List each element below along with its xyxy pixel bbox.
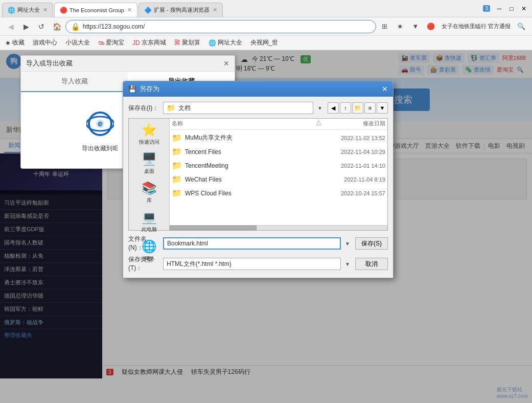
save-button[interactable]: 保存(S) [355,237,388,250]
bookmark-taobao[interactable]: 🛍 爱淘宝 [96,37,126,48]
tab-economist[interactable]: 🔴 The Economist Group ✕ [54,3,137,17]
computer-label: 此电脑 [142,226,157,233]
save-dialog-title-bar: 💾 另存为 ✕ [123,81,393,97]
cancel-button[interactable]: 取消 [355,258,388,270]
filetype-value: HTML文件(*.html *.htm) [167,260,232,268]
tab-count-badge: 3 [483,5,490,12]
taobao-icon: 🛍 [98,39,104,47]
file-list-area: ⭐ 快速访问 🖥️ 桌面 📚 库 [128,118,388,231]
save-view-button[interactable]: ≡ [364,102,376,114]
scrollbar-thumb[interactable] [170,226,257,230]
file-row-4[interactable]: 📁 WPS Cloud Files 2022-10-24 15:57 [170,186,387,200]
file-name-0: MuMu共享文件夹 [185,133,319,142]
save-new-folder-button[interactable]: 📁 [352,102,363,114]
filename-dropdown-icon[interactable]: ▼ [345,241,351,247]
dropdown-arrow-icon: ▼ [317,105,323,111]
file-row-3[interactable]: 📁 WeChat Files 2022-11-04 8:19 [170,172,387,186]
minimize-button[interactable]: ─ [494,4,504,14]
address-bar[interactable]: 🔒 https://123.sogou.com/ [65,20,376,33]
folder-icon-2: 📁 [172,161,182,170]
col-header-date: 修改日期 [321,119,387,128]
save-dialog-close-button[interactable]: ✕ [382,85,388,93]
toolbar: ◀ ▶ ↺ 🏠 🔒 https://123.sogou.com/ ⊞ ★ ▼ 🔴… [0,17,532,36]
library-icon: 📚 [142,181,157,195]
import-export-title-bar: 导入或导出收藏 ✕ [21,56,235,72]
file-row-2[interactable]: 📁 TencentMeeting 2022-11-01 14:10 [170,159,387,172]
tab-wangzhi[interactable]: 🌐 网址大全 ✕ [2,3,53,17]
globe-icon: 🌐 [209,39,216,47]
forward-button[interactable]: ▶ [19,20,33,33]
file-name-4: WPS Cloud Files [185,190,319,197]
bookmark-games[interactable]: 游戏中心 [31,37,59,48]
save-location-select[interactable]: 📁 文档 [163,102,313,114]
file-horizontal-scrollbar[interactable] [170,225,387,230]
star-icon: ★ [5,39,11,47]
desktop-label: 桌面 [144,168,154,175]
bookmark-arrow-button[interactable]: ▼ [409,20,422,33]
bookmark-label-juhua: 聚划算 [182,38,200,47]
tab-close-economist[interactable]: ✕ [127,7,132,13]
file-name-1: Tencent Files [185,148,319,155]
tab-close-extension[interactable]: ✕ [213,7,217,13]
sidebar-desktop[interactable]: 🖥️ 桌面 [142,152,157,175]
filetype-dropdown-icon[interactable]: ▼ [345,261,351,267]
filename-input[interactable] [163,237,341,250]
bookmark-label-wangzhi: 网址大全 [218,38,242,47]
bookmark-novels[interactable]: 小说大全 [63,37,92,48]
folder-icon: 📁 [167,104,175,112]
tab-icon-economist: 🔴 [60,7,67,14]
quick-access-icon: ⭐ [142,123,157,137]
save-dialog-title-text: 💾 另存为 [128,84,159,94]
bookmark-label-taobao: 爱淘宝 [106,38,124,47]
home-button[interactable]: 🏠 [50,20,63,33]
save-up-button[interactable]: ↑ [340,102,351,114]
file-name-3: WeChat Files [185,176,319,183]
jd-icon: JD [132,39,140,47]
file-list-header: 名称 △ 修改日期 [170,119,387,130]
file-row-1[interactable]: 📁 Tencent Files 2022-11-04 10:29 [170,145,387,159]
file-main-area: 名称 △ 修改日期 📁 MuMu共享文件夹 2022-11-02 13:52 [170,119,387,230]
bookmark-cctv[interactable]: 央视网_世 [248,37,281,48]
file-name-2: TencentMeeting [185,162,319,169]
sidebar-quick-access[interactable]: ⭐ 快速访问 [139,123,159,146]
tab-close-wangzhi[interactable]: ✕ [43,7,48,13]
bookmark-wangzhi[interactable]: 🌐 网址大全 [206,37,244,48]
refresh-button[interactable]: ↺ [35,20,48,33]
save-location-row: 保存在(I)： 📁 文档 ▼ ◀ ↑ 📁 ≡ ▼ [128,102,388,114]
filetype-select[interactable]: HTML文件(*.html *.htm) [163,258,341,270]
file-date-4: 2022-10-24 15:57 [319,190,385,196]
bookmark-jd[interactable]: JD 京东商城 [130,37,168,48]
search-icon-right[interactable]: 🔍 [515,20,528,33]
browser-frame: 🌐 网址大全 ✕ 🔴 The Economist Group ✕ 🔷 扩展 - … [0,0,532,403]
tabs-area: 🌐 网址大全 ✕ 🔴 The Economist Group ✕ 🔷 扩展 - … [0,0,483,17]
save-nav-buttons: ◀ ↑ 📁 ≡ ▼ [328,102,388,114]
save-location-value: 文档 [178,104,191,113]
quick-access-label: 快速访问 [139,139,159,146]
tab-label-wangzhi: 网址大全 [17,6,40,14]
back-button[interactable]: ◀ [4,20,17,33]
close-browser-button[interactable]: ✕ [519,4,529,14]
save-back-button[interactable]: ◀ [328,102,339,114]
filename-label: 文件名(N)： [128,235,159,252]
sidebar-computer[interactable]: 💻 此电脑 [142,210,157,233]
bookmark-label-favorites: 收藏 [12,38,25,47]
computer-icon: 💻 [142,210,157,225]
bookmark-star-button[interactable]: ★ [394,20,407,33]
export-to-ie-option[interactable]: e 导出收藏到IE [82,107,118,153]
tab-import[interactable]: 导入收藏 [21,72,128,91]
folder-icon-3: 📁 [172,174,182,184]
bookmark-juhua[interactable]: 聚 聚划算 [172,37,202,48]
save-dialog-title-label: 另存为 [140,84,159,94]
address-text: https://123.sogou.com/ [83,23,145,30]
grid-view-button[interactable]: ⊞ [378,20,391,33]
tab-extension[interactable]: 🔷 扩展 - 搜狗高速浏览器 ✕ [138,3,223,17]
bookmark-favorites[interactable]: ★ 收藏 [3,37,27,48]
bookmark-label-novels: 小说大全 [65,38,90,47]
title-bar: 🌐 网址大全 ✕ 🔴 The Economist Group ✕ 🔷 扩展 - … [0,0,532,17]
maximize-button[interactable]: □ [506,4,517,14]
import-export-close-button[interactable]: ✕ [223,59,229,68]
toolbar-right: ⊞ ★ ▼ 🔴 女子在地铁里瞌行 官方通报 🔍 [378,20,528,33]
sidebar-library[interactable]: 📚 库 [142,181,157,204]
file-row-0[interactable]: 📁 MuMu共享文件夹 2022-11-02 13:52 [170,131,387,145]
save-view-dropdown[interactable]: ▼ [377,102,388,114]
